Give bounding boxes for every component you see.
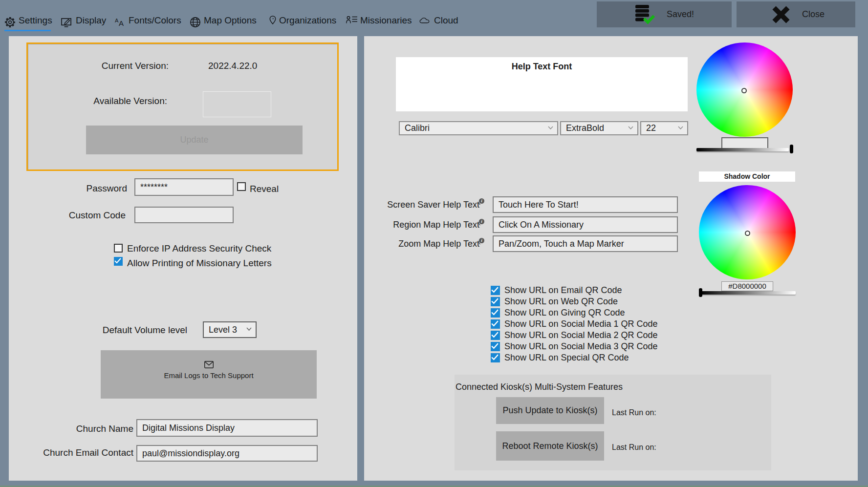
svg-text:A: A bbox=[115, 18, 119, 23]
svg-text:A: A bbox=[119, 19, 124, 26]
